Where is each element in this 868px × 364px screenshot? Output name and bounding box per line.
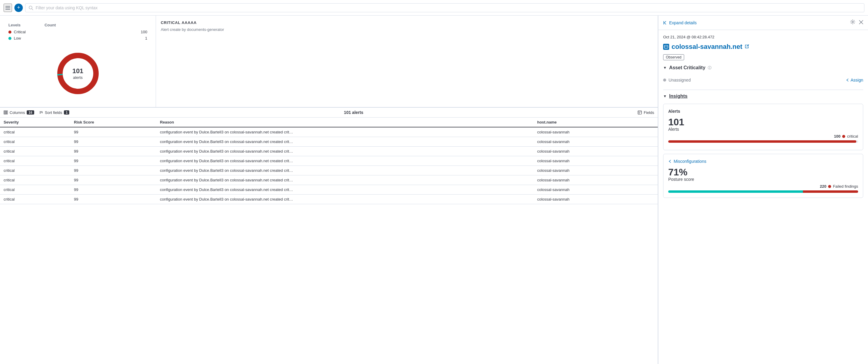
low-count: 1: [135, 36, 147, 40]
table-row[interactable]: critical 99 configuration event by Dulce…: [0, 146, 658, 156]
svg-line-4: [32, 8, 33, 9]
chevron-down-icon[interactable]: ▼: [663, 66, 667, 70]
cell-hostname[interactable]: colossal-savannah: [534, 137, 658, 146]
hostname: colossal-savannah.net: [672, 43, 742, 51]
alert-info-card: CRITICAL AAAAA Alert create by documents…: [156, 15, 658, 107]
expand-label: Expand details: [669, 21, 697, 25]
columns-badge: 16: [27, 110, 34, 114]
posture-bar-red: [803, 190, 858, 193]
observed-badge: Observed: [663, 54, 684, 60]
table-row[interactable]: critical 99 configuration event by Dulce…: [0, 195, 658, 204]
svg-rect-10: [7, 111, 7, 114]
menu-icon[interactable]: [4, 4, 12, 12]
sort-label: Sort fields: [45, 110, 62, 115]
cell-hostname[interactable]: colossal-savannah: [534, 127, 658, 137]
cell-risk-score: 99: [70, 146, 157, 156]
fields-button[interactable]: Fields: [638, 110, 654, 115]
cell-severity: critical: [0, 175, 70, 185]
cell-hostname[interactable]: colossal-savannah: [534, 175, 658, 185]
misconfig-icon: [668, 160, 672, 163]
rp-content: Oct 21, 2024 @ 08:42:28.472 colossal-sav…: [658, 30, 868, 364]
col-severity[interactable]: Severity: [0, 118, 70, 127]
sort-fields-button[interactable]: Sort fields 1: [39, 110, 70, 115]
cell-reason: configuration event by Dulce.Bartell3 on…: [156, 146, 534, 156]
insights-chevron-icon[interactable]: ▼: [663, 94, 667, 98]
svg-point-19: [852, 21, 854, 23]
assign-icon: [846, 78, 849, 82]
host-icon: [663, 44, 669, 50]
settings-button[interactable]: [850, 19, 856, 26]
cell-severity: critical: [0, 156, 70, 166]
table-container: Severity Risk Score Reason host.name cri…: [0, 118, 658, 364]
expand-icon: [663, 21, 668, 25]
cell-reason: configuration event by Dulce.Bartell3 on…: [156, 175, 534, 185]
table-row[interactable]: critical 99 configuration event by Dulce…: [0, 166, 658, 175]
cell-severity: critical: [0, 146, 70, 156]
table-row[interactable]: critical 99 configuration event by Dulce…: [0, 137, 658, 146]
cell-severity: critical: [0, 166, 70, 175]
col-risk-score[interactable]: Risk Score: [70, 118, 157, 127]
levels-header: Levels Count: [8, 23, 147, 27]
left-panel: Levels Count Critical 100 Low 1: [0, 15, 658, 364]
assign-button[interactable]: Assign: [846, 78, 863, 82]
alerts-progress-bar: [668, 140, 858, 143]
alerts-legend-row: 100 critical: [668, 134, 858, 138]
sort-icon: [39, 110, 43, 114]
table-row[interactable]: critical 99 configuration event by Dulce…: [0, 185, 658, 195]
assign-label: Assign: [850, 78, 863, 82]
table-row[interactable]: critical 99 configuration event by Dulce…: [0, 127, 658, 137]
misconfigurations-label: Misconfigurations: [674, 159, 706, 164]
rp-timestamp: Oct 21, 2024 @ 08:42:28.472: [663, 35, 863, 39]
cell-risk-score: 99: [70, 166, 157, 175]
donut-chart: 101 alerts: [5, 47, 151, 102]
cell-hostname[interactable]: colossal-savannah: [534, 185, 658, 195]
alerts-progress-fill: [668, 140, 856, 143]
cell-hostname[interactable]: colossal-savannah: [534, 166, 658, 175]
external-link-icon[interactable]: [745, 44, 749, 49]
insights-section-header: ▼ Insights: [663, 94, 863, 100]
asset-criticality-title: Asset Criticality: [669, 65, 706, 70]
close-button[interactable]: [859, 19, 863, 26]
search-icon: [29, 5, 33, 10]
cell-hostname[interactable]: colossal-savannah: [534, 146, 658, 156]
cell-risk-score: 99: [70, 137, 157, 146]
add-button[interactable]: +: [14, 4, 23, 12]
critical-count: 100: [135, 30, 147, 34]
col-hostname[interactable]: host.name: [534, 118, 658, 127]
host-name-row: colossal-savannah.net: [663, 43, 863, 51]
insights-title[interactable]: Insights: [669, 94, 687, 99]
table-controls: Columns 16 Sort fields 1 101 alerts: [0, 107, 658, 118]
failed-dot: [828, 185, 831, 188]
data-table: Severity Risk Score Reason host.name cri…: [0, 118, 658, 204]
divider: [663, 90, 863, 90]
cell-reason: configuration event by Dulce.Bartell3 on…: [156, 127, 534, 137]
table-row[interactable]: critical 99 configuration event by Dulce…: [0, 156, 658, 166]
main-content: Levels Count Critical 100 Low 1: [0, 15, 868, 364]
app-container: + Levels Count: [0, 0, 868, 364]
svg-rect-9: [5, 111, 6, 114]
right-panel: Expand details: [658, 15, 868, 364]
failed-count: 220: [820, 184, 826, 189]
table-row[interactable]: critical 99 configuration event by Dulce…: [0, 175, 658, 185]
col-reason[interactable]: Reason: [156, 118, 534, 127]
cell-risk-score: 99: [70, 195, 157, 204]
columns-button[interactable]: Columns 16: [4, 110, 34, 115]
alerts-count-label: 101 alerts: [74, 110, 633, 115]
cell-hostname[interactable]: colossal-savannah: [534, 156, 658, 166]
levels-card: Levels Count Critical 100 Low 1: [0, 15, 156, 107]
expand-details-button[interactable]: Expand details: [663, 21, 697, 25]
search-input[interactable]: [36, 5, 861, 10]
cell-reason: configuration event by Dulce.Bartell3 on…: [156, 185, 534, 195]
columns-label: Columns: [9, 110, 25, 115]
svg-rect-15: [638, 111, 642, 114]
levels-header-count: Count: [44, 23, 56, 27]
alerts-big-number: 101: [668, 117, 858, 127]
misconfigurations-card: Misconfigurations 71% Posture score 220 …: [663, 154, 863, 198]
donut-center: 101 alerts: [72, 67, 83, 80]
rp-header-actions: [850, 19, 863, 26]
cell-hostname[interactable]: colossal-savannah: [534, 195, 658, 204]
svg-rect-0: [5, 6, 10, 7]
info-icon[interactable]: ⓘ: [708, 65, 711, 70]
misconfigurations-link[interactable]: Misconfigurations: [668, 159, 706, 164]
failed-legend-row: 220 Failed findings: [668, 184, 858, 189]
